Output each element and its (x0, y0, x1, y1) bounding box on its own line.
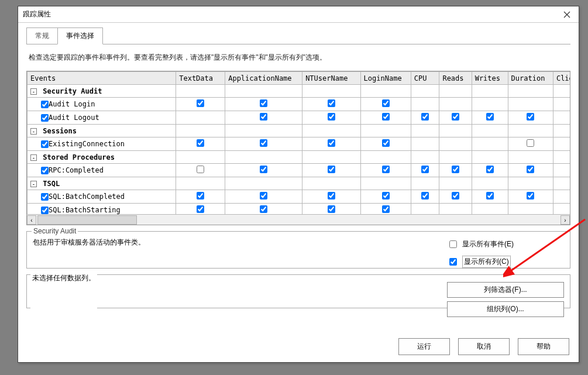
collapse-icon[interactable]: - (30, 88, 37, 95)
organize-columns-button[interactable]: 组织列(O)... (447, 301, 564, 317)
collapse-icon[interactable]: - (30, 128, 37, 135)
column-header-ntusername[interactable]: NTUserName (302, 72, 360, 85)
tab-general[interactable]: 常规 (26, 27, 58, 44)
cell-checkbox[interactable] (382, 99, 390, 107)
column-header-applicationname[interactable]: ApplicationName (225, 72, 302, 85)
cell-checkbox[interactable] (328, 113, 335, 121)
no-column-text: 未选择任何数据列。 (30, 273, 97, 309)
column-header-textdata[interactable]: TextData (176, 72, 225, 85)
cell-checkbox[interactable] (486, 192, 494, 199)
event-checkbox[interactable] (41, 140, 49, 148)
cell-checkbox[interactable] (328, 99, 335, 107)
cell-checkbox[interactable] (382, 192, 390, 199)
helper-text: 检查选定要跟踪的事件和事件列。要查看完整列表，请选择"显示所有事件"和"显示所有… (26, 44, 570, 71)
collapse-icon[interactable]: - (30, 181, 37, 187)
scroll-right-icon[interactable]: › (561, 215, 570, 225)
table-row[interactable]: Audit Login (27, 98, 571, 111)
cancel-button[interactable]: 取消 (458, 338, 510, 355)
cell-checkbox[interactable] (486, 166, 494, 173)
horizontal-scrollbar[interactable]: ‹ › (27, 214, 570, 225)
column-header-writes[interactable]: Writes (472, 72, 508, 85)
cell-checkbox[interactable] (527, 166, 534, 173)
description-legend: Security Audit (32, 227, 78, 235)
description-text: 包括用于审核服务器活动的事件类。 (33, 238, 145, 268)
event-label: RPC:Completed (49, 166, 104, 174)
cell-checkbox[interactable] (328, 192, 335, 199)
cell-checkbox[interactable] (486, 113, 494, 121)
column-header-cpu[interactable]: CPU (411, 72, 439, 85)
event-label: SQL:BatchCompleted (49, 192, 125, 201)
titlebar: 跟踪属性 (18, 6, 579, 23)
cell-checkbox[interactable] (452, 113, 459, 121)
event-checkbox[interactable] (41, 101, 49, 108)
cell-checkbox[interactable] (421, 192, 429, 199)
cell-checkbox[interactable] (328, 139, 335, 147)
show-all-events-checkbox[interactable] (449, 240, 457, 248)
cell-checkbox[interactable] (382, 139, 390, 147)
dialog-buttons: 运行 取消 帮助 (398, 338, 569, 355)
cell-checkbox[interactable] (260, 139, 267, 147)
show-all-columns-checkbox[interactable] (449, 258, 457, 266)
dialog-title: 跟踪属性 (23, 9, 51, 19)
help-button[interactable]: 帮助 (518, 338, 569, 355)
cell-checkbox[interactable] (382, 113, 390, 121)
event-label: Audit Logout (49, 113, 99, 122)
group-sessions[interactable]: - Sessions (27, 125, 176, 137)
cell-checkbox[interactable] (197, 166, 204, 173)
cell-checkbox[interactable] (260, 205, 267, 213)
cell-checkbox[interactable] (260, 192, 267, 199)
cell-checkbox[interactable] (382, 166, 390, 173)
cell-checkbox[interactable] (328, 166, 335, 173)
cell-checkbox[interactable] (382, 205, 390, 213)
cell-checkbox[interactable] (527, 192, 534, 199)
scroll-thumb[interactable] (37, 215, 137, 225)
tab-events[interactable]: 事件选择 (57, 27, 103, 44)
cell-checkbox[interactable] (260, 113, 267, 121)
cell-checkbox[interactable] (260, 166, 267, 173)
column-header-duration[interactable]: Duration (508, 72, 553, 85)
cell-checkbox[interactable] (527, 139, 534, 147)
show-all-events-option[interactable]: 显示所有事件(E) (447, 239, 564, 250)
cell-checkbox[interactable] (197, 205, 204, 213)
show-all-columns-label: 显示所有列(C) (462, 256, 511, 268)
event-checkbox[interactable] (41, 114, 49, 122)
column-filter-button[interactable]: 列筛选器(F)... (447, 282, 564, 298)
cell-checkbox[interactable] (197, 192, 204, 199)
event-label: ExistingConnection (49, 140, 125, 148)
event-grid[interactable]: EventsTextDataApplicationNameNTUserNameL… (26, 71, 570, 225)
cell-checkbox[interactable] (527, 113, 534, 121)
cell-checkbox[interactable] (421, 166, 429, 173)
column-header-loginname[interactable]: LoginName (360, 72, 411, 85)
table-row[interactable]: RPC:Completed (27, 164, 571, 177)
cell-checkbox[interactable] (452, 166, 459, 173)
cell-checkbox[interactable] (197, 99, 204, 107)
cell-checkbox[interactable] (260, 99, 267, 107)
close-icon (563, 11, 570, 18)
group-tsql[interactable]: - TSQL (27, 177, 176, 190)
show-all-columns-option[interactable]: 显示所有列(C) (447, 256, 564, 268)
group-stored-procedures[interactable]: - Stored Procedures (27, 151, 176, 164)
event-label: Audit Login (49, 100, 95, 108)
table-row[interactable]: ExistingConnection (27, 137, 571, 151)
event-checkbox[interactable] (41, 167, 49, 174)
event-checkbox[interactable] (41, 193, 49, 201)
column-header-events[interactable]: Events (27, 72, 176, 85)
tabs: 常规 事件选择 (26, 27, 570, 44)
collapse-icon[interactable]: - (30, 154, 37, 161)
cell-checkbox[interactable] (197, 139, 204, 147)
group-security-audit[interactable]: - Security Audit (27, 85, 176, 98)
table-row[interactable]: Audit Logout (27, 111, 571, 125)
close-button[interactable] (559, 8, 575, 21)
cell-checkbox[interactable] (421, 113, 429, 121)
column-header-reads[interactable]: Reads (439, 72, 472, 85)
show-all-events-label: 显示所有事件(E) (462, 239, 514, 249)
description-group: Security Audit 包括用于审核服务器活动的事件类。 显示所有事件(E… (26, 231, 570, 269)
table-row[interactable]: SQL:BatchCompleted (27, 190, 571, 204)
run-button[interactable]: 运行 (398, 338, 450, 355)
column-header-clientproce[interactable]: ClientProce (553, 72, 570, 85)
event-label: SQL:BatchStarting (49, 206, 121, 214)
scroll-left-icon[interactable]: ‹ (27, 215, 36, 225)
event-checkbox[interactable] (41, 207, 49, 214)
cell-checkbox[interactable] (452, 192, 459, 199)
cell-checkbox[interactable] (328, 205, 335, 213)
